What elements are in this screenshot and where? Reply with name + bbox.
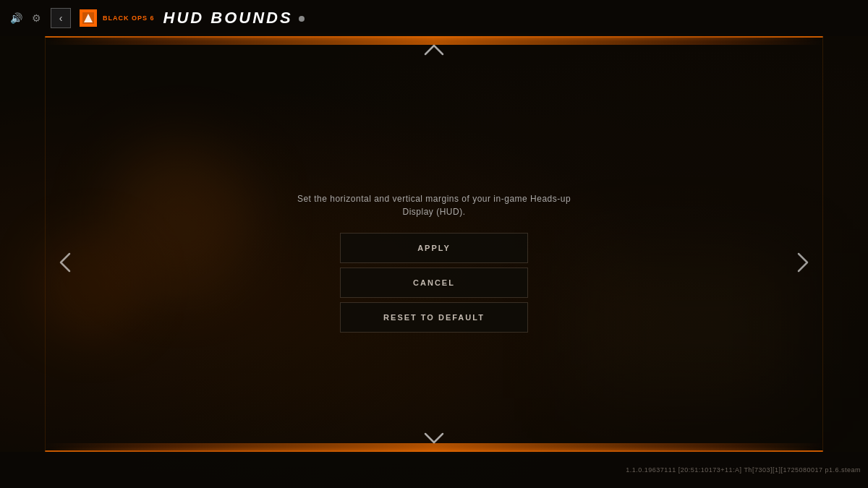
center-content: Set the horizontal and vertical margins … <box>282 192 586 333</box>
logo-icon <box>80 9 97 27</box>
title-dot <box>299 16 305 22</box>
down-arrow[interactable] <box>423 432 445 448</box>
up-arrow[interactable] <box>423 43 445 60</box>
game-logo: BLACK OPS 6 <box>80 9 155 27</box>
version-text: 1.1.0.19637111 [20:51:10173+11:A] Th[730… <box>626 466 861 474</box>
bottom-bar: 1.1.0.19637111 [20:51:10173+11:A] Th[730… <box>0 452 868 488</box>
reset-to-default-button[interactable]: RESET TO DEFAULT <box>340 302 528 333</box>
side-border-left <box>45 36 46 452</box>
game-logo-text: BLACK OPS 6 <box>103 14 155 22</box>
settings-icon: ⚙ <box>27 9 45 27</box>
top-bar: 🔊 ⚙ ‹ BLACK OPS 6 HUD BOUNDS <box>0 0 868 36</box>
back-button[interactable]: ‹ <box>51 8 71 28</box>
page-title: HUD BOUNDS <box>163 9 293 27</box>
side-border-right <box>822 36 823 452</box>
nav-arrow-left[interactable] <box>51 241 80 284</box>
button-group: APPLY CANCEL RESET TO DEFAULT <box>340 233 528 333</box>
apply-button[interactable]: APPLY <box>340 233 528 263</box>
speaker-icon: 🔊 <box>7 9 25 27</box>
description-text: Set the horizontal and vertical margins … <box>282 192 586 218</box>
nav-arrow-right[interactable] <box>788 241 817 284</box>
cancel-button[interactable]: CANCEL <box>340 267 528 298</box>
